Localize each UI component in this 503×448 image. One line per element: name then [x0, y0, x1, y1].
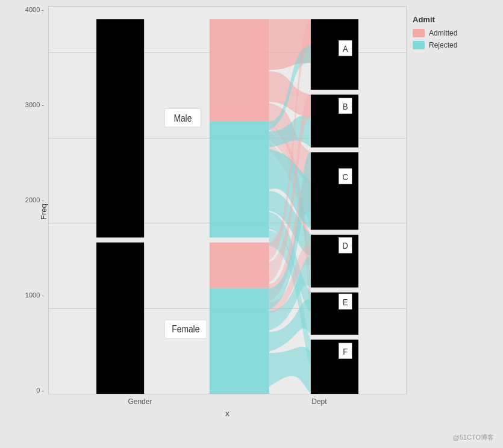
plot-with-axes: 0 - 1000 - 2000 - 3000 - 4000 -: [48, 6, 407, 418]
dept-d-label: D: [343, 240, 348, 250]
legend-swatch-rejected: [413, 41, 425, 49]
legend-item-rejected: Rejected: [413, 41, 457, 49]
dept-e-label: E: [343, 297, 348, 307]
legend-swatch-admitted: [413, 29, 425, 37]
svg-rect-1: [210, 122, 269, 238]
dept-c-label: C: [343, 172, 348, 182]
plot-container: Freq 0 - 1000 - 2000 - 3000 - 4000 -: [36, 6, 407, 418]
legend-label-rejected: Rejected: [429, 41, 457, 49]
plot-inner: 0 - 1000 - 2000 - 3000 - 4000 -: [48, 6, 407, 394]
dept-a-label: A: [343, 43, 348, 54]
watermark: @51CTO博客: [453, 433, 494, 442]
legend-label-admitted: Admitted: [429, 29, 457, 37]
legend-item-admitted: Admitted: [413, 29, 457, 37]
gender-female-label: Female: [172, 323, 199, 334]
gender-male-bar: [96, 19, 144, 237]
svg-rect-0: [210, 19, 269, 122]
x-axis-dept: Dept: [311, 397, 326, 406]
dept-c-bar: [311, 152, 358, 230]
x-axis-gender: Gender: [128, 397, 152, 406]
svg-rect-3: [210, 288, 269, 394]
chart-area: Freq 0 - 1000 - 2000 - 3000 - 4000 -: [0, 0, 503, 448]
dept-b-label: B: [343, 101, 348, 111]
x-axis: Gender Dept: [48, 394, 407, 406]
gender-male-label: Male: [173, 112, 192, 123]
alluvial-svg: Male Female A B C D: [49, 7, 406, 394]
legend-title: Admit: [413, 15, 435, 24]
x-label: x: [48, 406, 407, 418]
plot-and-legend: Freq 0 - 1000 - 2000 - 3000 - 4000 -: [36, 6, 503, 418]
dept-f-label: F: [343, 346, 348, 356]
svg-rect-2: [210, 243, 269, 288]
flow-female-rejected-f: [269, 347, 311, 394]
legend: Admit Admitted Rejected: [407, 6, 503, 418]
y-axis-label: Freq: [36, 6, 48, 418]
gender-female-bar: [96, 243, 144, 394]
page: Freq 0 - 1000 - 2000 - 3000 - 4000 -: [0, 0, 503, 448]
